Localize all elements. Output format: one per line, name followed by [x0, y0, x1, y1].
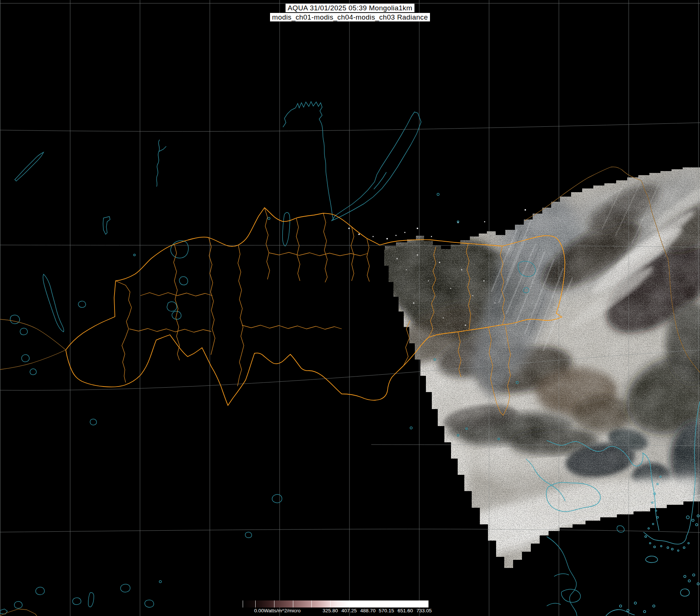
colorbar-tick-label: 325.80: [322, 608, 338, 613]
colorbar-tick: [274, 600, 274, 608]
colorbar-tick: [243, 600, 243, 608]
colorbar: [243, 600, 428, 608]
colorbar-tick: [424, 600, 424, 608]
colorbar-tick: [311, 600, 312, 608]
title-block: AQUA 31/01/2025 05:39 Mongolia1km modis_…: [0, 4, 700, 21]
colorbar-tick: [255, 600, 256, 608]
colorbar-unit-label: 0.00Watts/m^2/micro: [254, 608, 301, 613]
satellite-image-viewport: AQUA 31/01/2025 05:39 Mongolia1km modis_…: [0, 0, 700, 616]
colorbar-tick: [368, 600, 368, 608]
colorbar-labels: 0.00Watts/m^2/micro 325.80 407.25 488.70…: [0, 608, 700, 614]
colorbar-tick: [293, 600, 293, 608]
colorbar-tick-label: 733.05: [416, 608, 431, 613]
colorbar-tick-label: 570.15: [379, 608, 394, 613]
colorbar-tick-label: 651.60: [397, 608, 413, 613]
title-line-2: modis_ch01-modis_ch04-modis_ch03 Radianc…: [270, 13, 430, 21]
map-canvas: [0, 0, 700, 616]
colorbar-tick: [386, 600, 387, 608]
title-line-1: AQUA 31/01/2025 05:39 Mongolia1km: [286, 4, 414, 12]
colorbar-tick-label: 407.25: [341, 608, 356, 613]
colorbar-tick: [349, 600, 349, 608]
colorbar-tick: [330, 600, 331, 608]
colorbar-tick: [405, 600, 406, 608]
colorbar-tick-label: 488.70: [360, 608, 375, 613]
